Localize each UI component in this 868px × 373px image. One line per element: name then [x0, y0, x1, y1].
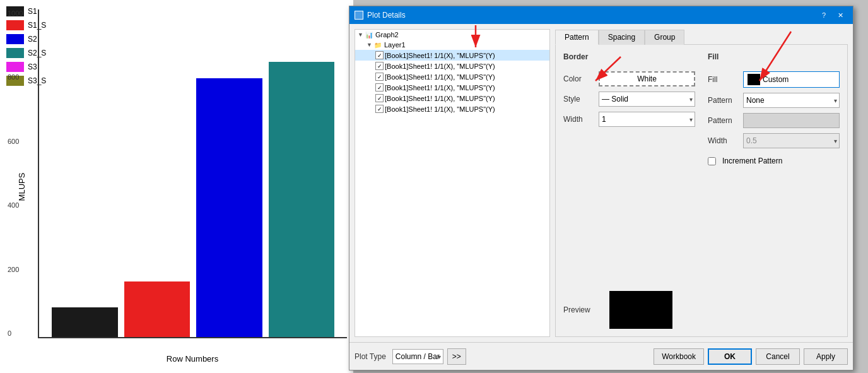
fill-section-label: Fill: [708, 52, 840, 61]
fill-pattern-select-wrapper[interactable]: None Solid Hatched: [743, 93, 840, 108]
tree-checkbox-4[interactable]: ✓: [375, 94, 384, 102]
tree-layer[interactable]: ▼ 📁 Layer1: [355, 40, 549, 50]
fill-pattern-row: Pattern None Solid Hatched: [708, 93, 840, 108]
workbook-button[interactable]: Workbook: [654, 348, 704, 365]
plot-type-label: Plot Type: [355, 352, 386, 361]
dialog-icon: [355, 11, 363, 20]
border-style-select[interactable]: — Solid - - Dashed ... Dotted: [599, 92, 695, 107]
tree-checkbox-5[interactable]: ✓: [375, 105, 384, 113]
chart-plot-area: 1000 800 600 400 200 0: [38, 9, 347, 338]
layer-icon: 📁: [374, 42, 382, 49]
tree-item-label-3: [Book1]Sheet1! 1/1(X), "MLUPS"(Y): [385, 84, 495, 92]
dialog-titlebar: Plot Details ? ✕: [349, 6, 853, 24]
border-style-select-wrapper[interactable]: — Solid - - Dashed ... Dotted: [599, 92, 695, 107]
preview-section: Preview: [563, 291, 840, 329]
tree-item-label-2: [Book1]Sheet1! 1/1(X), "MLUPS"(Y): [385, 73, 495, 81]
y-label-800: 800: [8, 73, 23, 81]
tree-toggle-layer: ▼: [367, 42, 373, 48]
plot-type-select-wrapper[interactable]: Column / Bar Line Scatter: [392, 349, 443, 364]
tab-content-pattern: Border Color White Style — Solid: [555, 44, 848, 337]
pattern-color-box: [743, 113, 840, 128]
fill-width-select-wrapper[interactable]: 0.5 1 1.5: [743, 133, 840, 148]
dialog-help-button[interactable]: ?: [816, 9, 831, 21]
border-width-row: Width 1 2 3: [563, 112, 695, 127]
y-label-600: 600: [8, 138, 23, 145]
border-color-label: Color: [563, 74, 595, 83]
increment-pattern-checkbox[interactable]: [708, 157, 716, 165]
tree-layer-label: Layer1: [384, 41, 406, 49]
fill-width-row: Width 0.5 1 1.5: [708, 133, 840, 148]
legend-label-s1: S1: [28, 7, 37, 16]
fill-pattern-color-label: Pattern: [708, 116, 739, 125]
preview-box: [609, 291, 672, 329]
legend-label-s3: S3: [28, 62, 37, 71]
tree-root[interactable]: ▼ 📊 Graph2: [355, 30, 549, 40]
border-color-row: Color White: [563, 71, 695, 86]
tree-item-0[interactable]: ✓ [Book1]Sheet1! 1/1(X), "MLUPS"(Y): [355, 50, 549, 61]
tree-panel[interactable]: ▼ 📊 Graph2 ▼ 📁 Layer1 ✓ [Book1]Sheet1! 1…: [355, 29, 550, 337]
tab-pattern[interactable]: Pattern: [555, 30, 599, 45]
fill-pattern-select[interactable]: None Solid Hatched: [743, 93, 840, 108]
fill-color-button[interactable]: Custom: [743, 71, 840, 88]
tree-item-5[interactable]: ✓ [Book1]Sheet1! 1/1(X), "MLUPS"(Y): [355, 104, 549, 114]
bar-s1: [52, 307, 118, 337]
tree-item-2[interactable]: ✓ [Book1]Sheet1! 1/1(X), "MLUPS"(Y): [355, 71, 549, 82]
preview-row: Preview: [563, 291, 840, 329]
y-label-0: 0: [8, 329, 23, 337]
tab-group[interactable]: Group: [645, 30, 684, 45]
tree-item-3[interactable]: ✓ [Book1]Sheet1! 1/1(X), "MLUPS"(Y): [355, 82, 549, 93]
bar-s2s: [269, 62, 335, 337]
tree-checkbox-1[interactable]: ✓: [375, 62, 384, 70]
fill-color-row: Fill Custom: [708, 71, 840, 88]
border-style-row: Style — Solid - - Dashed ... Dotted: [563, 92, 695, 107]
increment-pattern-label: Increment Pattern: [722, 157, 782, 165]
ok-button[interactable]: OK: [708, 348, 752, 365]
y-axis-labels: 1000 800 600 400 200 0: [8, 9, 23, 337]
border-width-select[interactable]: 1 2 3: [599, 112, 695, 127]
fill-section: Fill Fill Custom Pattern: [708, 52, 840, 283]
fill-color-swatch: [748, 74, 760, 85]
tree-item-label-1: [Book1]Sheet1! 1/1(X), "MLUPS"(Y): [385, 62, 495, 70]
tree-toggle-root: ▼: [358, 32, 364, 38]
plot-details-dialog: Plot Details ? ✕ ▼ 📊 Graph2 ▼ 📁 Layer1 ✓…: [349, 6, 853, 370]
border-color-value: White: [637, 74, 657, 83]
tree-checkbox-3[interactable]: ✓: [375, 83, 384, 92]
legend-label-s2: S2: [28, 35, 37, 44]
tree-item-4[interactable]: ✓ [Book1]Sheet1! 1/1(X), "MLUPS"(Y): [355, 93, 549, 104]
border-width-label: Width: [563, 115, 595, 124]
y-label-1000: 1000: [8, 9, 23, 17]
right-panel: Pattern Spacing Group Border Color White: [555, 29, 848, 337]
fill-label: Fill: [708, 75, 739, 84]
y-label-400: 400: [8, 201, 23, 209]
increment-pattern-row: Increment Pattern: [708, 153, 840, 169]
bar-s1s: [124, 281, 191, 337]
dialog-body: ▼ 📊 Graph2 ▼ 📁 Layer1 ✓ [Book1]Sheet1! 1…: [349, 24, 853, 342]
graph-icon: 📊: [365, 32, 373, 38]
tree-checkbox-0[interactable]: ✓: [375, 51, 384, 59]
border-color-button[interactable]: White: [599, 71, 695, 86]
dialog-close-button[interactable]: ✕: [833, 9, 848, 21]
tree-item-1[interactable]: ✓ [Book1]Sheet1! 1/1(X), "MLUPS"(Y): [355, 61, 549, 71]
tab-spacing[interactable]: Spacing: [599, 30, 645, 45]
fill-pattern-color-row: Pattern: [708, 113, 840, 128]
border-section-label: Border: [563, 52, 695, 61]
border-section: Border Color White Style — Solid: [563, 52, 695, 283]
fill-color-label: Custom: [763, 75, 789, 84]
border-width-select-wrapper[interactable]: 1 2 3: [599, 112, 695, 127]
apply-button[interactable]: Apply: [804, 348, 848, 365]
tree-item-label-5: [Book1]Sheet1! 1/1(X), "MLUPS"(Y): [385, 105, 495, 113]
dialog-title: Plot Details: [367, 11, 815, 20]
y-label-200: 200: [8, 266, 23, 273]
tab-bar: Pattern Spacing Group: [555, 29, 848, 44]
tree-checkbox-2[interactable]: ✓: [375, 73, 384, 81]
bottom-bar: Plot Type Column / Bar Line Scatter >> W…: [349, 342, 853, 370]
plot-type-select[interactable]: Column / Bar Line Scatter: [392, 349, 443, 364]
two-col-layout: Border Color White Style — Solid: [563, 52, 840, 283]
fill-width-select[interactable]: 0.5 1 1.5: [743, 133, 840, 148]
arrow-button[interactable]: >>: [447, 348, 466, 365]
tree-item-label-0: [Book1]Sheet1! 1/1(X), "MLUPS"(Y): [385, 52, 495, 59]
chart-area: MLUPS S1 S1_S S2 S2_S S3 S3_S: [0, 0, 353, 373]
x-axis-label: Row Numbers: [38, 354, 347, 364]
bars-container: [52, 9, 347, 337]
cancel-button[interactable]: Cancel: [756, 348, 800, 365]
